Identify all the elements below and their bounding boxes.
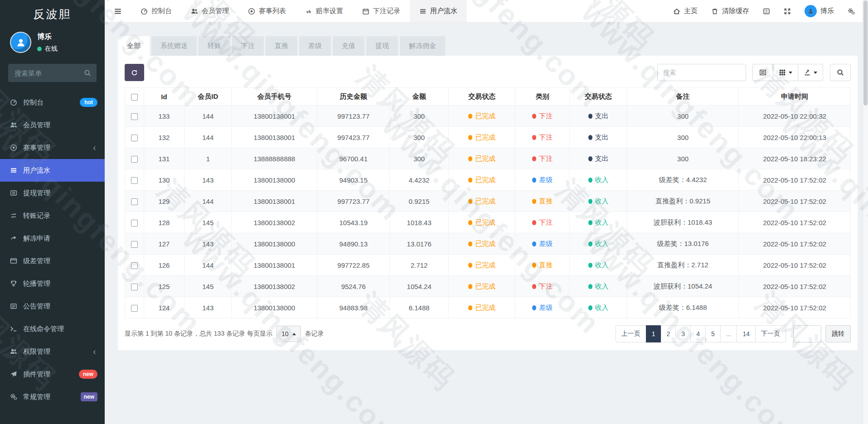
detail-view-button[interactable] (752, 64, 773, 81)
filter-tab-充值[interactable]: 充值 (333, 36, 364, 56)
trash-icon (711, 8, 718, 15)
page-button-1[interactable]: 1 (646, 325, 661, 342)
column-header-会员ID[interactable]: 会员ID (184, 88, 232, 106)
records-table: Id会员ID会员手机号历史金额金额交易状态类别交易状态备注申请时间 133144… (125, 87, 851, 318)
header-checkbox-cell (125, 88, 144, 106)
expand-icon (784, 8, 791, 15)
column-header-类别[interactable]: 类别 (515, 88, 570, 106)
next-page-button[interactable]: 下一页 (755, 325, 786, 342)
row-checkbox[interactable] (131, 262, 138, 269)
status-dot-icon (532, 114, 536, 119)
row-checkbox[interactable] (131, 305, 138, 312)
topnav-tab-控制台[interactable]: 控制台 (131, 0, 181, 22)
filter-tab-差级[interactable]: 差级 (299, 36, 331, 56)
topnav-tab-赔率设置[interactable]: 赔率设置 (296, 0, 353, 22)
sidebar-item-会员管理[interactable]: 会员管理 (0, 114, 105, 136)
filter-tab-全部[interactable]: 全部 (118, 36, 150, 56)
status-dot-icon (468, 263, 472, 268)
status-label: 下注 (539, 154, 553, 162)
sidebar-item-插件管理[interactable]: 插件管理new (0, 363, 105, 385)
user-menu[interactable]: 博乐 (798, 0, 841, 22)
status-dot-icon (532, 199, 536, 204)
nav-link-主页[interactable]: 主页 (666, 0, 704, 22)
filter-tab-系统赠送[interactable]: 系统赠送 (151, 36, 197, 56)
row-checkbox[interactable] (131, 284, 138, 290)
column-header-申请时间[interactable]: 申请时间 (739, 88, 851, 106)
prev-page-button[interactable]: 上一页 (616, 325, 646, 342)
sidebar-item-权限管理[interactable]: 权限管理 (0, 340, 105, 363)
column-header-历史金额[interactable]: 历史金额 (317, 88, 390, 106)
filter-tab-下注[interactable]: 下注 (232, 36, 264, 56)
row-checkbox[interactable] (131, 113, 138, 120)
sidebar-item-控制台[interactable]: 控制台hot (0, 91, 105, 114)
topnav-tab-用户流水[interactable]: 用户流水 (410, 0, 467, 22)
expand-button[interactable] (777, 0, 798, 22)
topnav-tab-赛事列表[interactable]: 赛事列表 (238, 0, 296, 22)
status-label: 差级 (539, 240, 553, 247)
page-button-14[interactable]: 14 (737, 325, 756, 342)
columns-button[interactable] (773, 64, 798, 81)
topnav-tab-下注记录[interactable]: 下注记录 (353, 0, 410, 22)
sidebar-item-用户流水[interactable]: 用户流水 (0, 159, 105, 182)
page-button-5[interactable]: 5 (705, 325, 721, 342)
row-checkbox[interactable] (131, 135, 138, 141)
search-toggle-button[interactable] (830, 64, 851, 81)
column-header-金额[interactable]: 金额 (390, 88, 449, 106)
topnav-tab-label: 会员管理 (202, 7, 229, 15)
gears-button[interactable] (841, 0, 862, 22)
refresh-button[interactable] (125, 64, 144, 81)
column-header-交易状态[interactable]: 交易状态 (570, 88, 627, 106)
avatar[interactable] (10, 32, 31, 53)
jump-page-input[interactable] (793, 325, 821, 342)
status-dot-icon (468, 135, 472, 140)
column-header-备注[interactable]: 备注 (627, 88, 739, 106)
row-checkbox[interactable] (131, 241, 138, 248)
nav-link-清除缓存[interactable]: 清除缓存 (704, 0, 756, 22)
menu-search-input[interactable] (8, 64, 97, 82)
filter-tab-转账[interactable]: 转账 (199, 36, 230, 56)
column-header-交易状态[interactable]: 交易状态 (449, 88, 515, 106)
filter-tab-直推[interactable]: 直推 (266, 36, 297, 56)
sidebar-item-label: 公告管理 (23, 302, 50, 311)
cell-time: 2022-05-10 18:23:22 (739, 148, 851, 169)
sidebar-item-在线命令管理[interactable]: 在线命令管理 (0, 318, 105, 340)
table-header-row: Id会员ID会员手机号历史金额金额交易状态类别交易状态备注申请时间 (125, 88, 851, 106)
status-dot-icon (588, 305, 592, 310)
row-checkbox[interactable] (131, 177, 138, 184)
sidebar-toggle-button[interactable] (105, 0, 131, 22)
select-all-checkbox[interactable] (131, 94, 138, 101)
sidebar-item-赛事管理[interactable]: 赛事管理 (0, 136, 105, 159)
page-size-select[interactable]: 10 (276, 326, 301, 342)
export-button[interactable] (798, 64, 823, 81)
lang-button[interactable] (756, 0, 777, 22)
sidebar-item-级差管理[interactable]: 级差管理 (0, 250, 105, 272)
row-checkbox[interactable] (131, 220, 138, 226)
topnav-tab-会员管理[interactable]: 会员管理 (181, 0, 238, 22)
column-header-会员手机号[interactable]: 会员手机号 (232, 88, 317, 106)
sidebar-item-解冻申请[interactable]: 解冻申请 (0, 227, 105, 250)
rocket-icon (10, 371, 17, 378)
sidebar-item-公告管理[interactable]: 公告管理 (0, 295, 105, 318)
cell-flow-status: 收入 (570, 276, 627, 297)
cell-trade-status: 已完成 (449, 255, 515, 276)
row-checkbox[interactable] (131, 198, 138, 205)
jump-button[interactable]: 跳转 (825, 325, 851, 342)
sidebar-item-常规管理[interactable]: 常规管理new (0, 385, 105, 408)
page-button-2[interactable]: 2 (661, 325, 676, 342)
sidebar-item-轮播管理[interactable]: 轮播管理 (0, 272, 105, 295)
row-checkbox[interactable] (131, 156, 138, 163)
data-panel: Id会员ID会员手机号历史金额金额交易状态类别交易状态备注申请时间 133144… (118, 56, 858, 350)
pagination-info: 显示第 1 到第 10 条记录，总共 133 条记录 每页显示 (125, 330, 272, 338)
table-search-input[interactable] (657, 64, 746, 81)
column-header-Id[interactable]: Id (144, 88, 184, 106)
page-button-4[interactable]: 4 (690, 325, 706, 342)
filter-tab-提现[interactable]: 提现 (366, 36, 398, 56)
scrollbar-thumb[interactable] (863, 0, 868, 106)
filter-tabs: 全部系统赠送转账下注直推差级充值提现解冻佣金 (118, 36, 858, 56)
sidebar-item-label: 级差管理 (23, 257, 50, 265)
filter-tab-解冻佣金[interactable]: 解冻佣金 (400, 36, 445, 56)
sidebar-item-提现管理[interactable]: 提现管理 (0, 182, 105, 204)
sidebar-item-转账记录[interactable]: 转账记录 (0, 204, 105, 227)
page-button-3[interactable]: 3 (675, 325, 691, 342)
cell-category: 差级 (515, 169, 570, 191)
